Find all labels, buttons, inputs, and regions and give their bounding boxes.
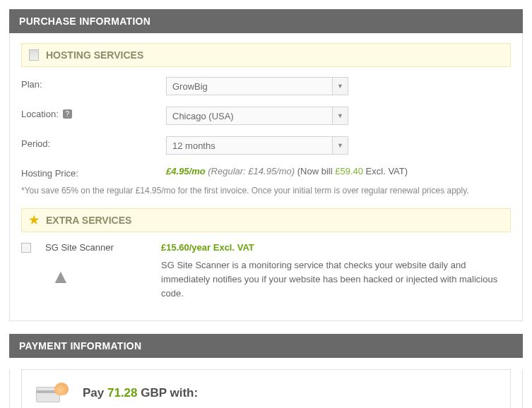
extra-item-price: £15.60/year Excl. VAT [161,242,511,253]
help-icon[interactable]: ? [63,109,72,119]
sg-scanner-checkbox[interactable] [21,243,31,253]
extras-subheader-label: EXTRA SERVICES [46,215,131,226]
pay-suffix: GBP with: [138,386,199,400]
period-select-value: 12 months [172,140,215,151]
pay-with-text: Pay 71.28 GBP with: [83,386,198,400]
purchase-section-header: PURCHASE INFORMATION [9,9,523,33]
chevron-down-icon: ▼ [332,107,348,124]
hosting-price-regular: £14.95/mo [248,166,291,176]
purchase-panel: HOSTING SERVICES Plan: GrowBig ▼ [9,33,523,321]
location-label: Location: [21,109,59,119]
hosting-price-regular-prefix: (Regular: [208,166,248,176]
extra-item-desc: SG Site Scanner is a monitoring service … [161,258,511,301]
now-bill-suffix: Excl. VAT) [363,166,408,176]
plan-select[interactable]: GrowBig ▼ [166,77,348,95]
document-icon [29,49,39,61]
warning-icon: ▲ [51,267,71,287]
extra-item-name: SG Site Scanner [45,242,114,253]
payment-section-header: PAYMENT INFORMATION [9,334,523,358]
hosting-subheader: HOSTING SERVICES [21,43,511,67]
chevron-down-icon: ▼ [332,78,348,95]
savings-note: *You save 65% on the regular £14.95/mo f… [21,183,511,208]
location-select-value: Chicago (USA) [172,111,234,121]
plan-label: Plan: [21,79,42,90]
plan-select-value: GrowBig [172,81,208,92]
location-select[interactable]: Chicago (USA) ▼ [166,107,348,125]
credit-card-icon [36,383,69,404]
now-bill-amount: £59.40 [335,166,363,176]
star-icon: ★ [29,215,39,226]
pay-amount: 71.28 [107,386,138,400]
payment-panel: Pay 71.28 GBP with: Card Number: Expirat… [9,369,523,408]
hosting-subheader-label: HOSTING SERVICES [46,49,143,61]
chevron-down-icon: ▼ [332,137,348,154]
hosting-price-regular-suffix: ) [292,166,295,176]
hosting-price-promo: £4.95/mo [166,166,206,176]
period-label: Period: [21,138,50,149]
hosting-price-label: Hosting Price: [21,168,78,179]
now-bill-prefix: (Now bill [297,166,335,176]
period-select[interactable]: 12 months ▼ [166,136,348,155]
pay-prefix: Pay [83,386,107,400]
extras-subheader: ★ EXTRA SERVICES [21,208,511,232]
